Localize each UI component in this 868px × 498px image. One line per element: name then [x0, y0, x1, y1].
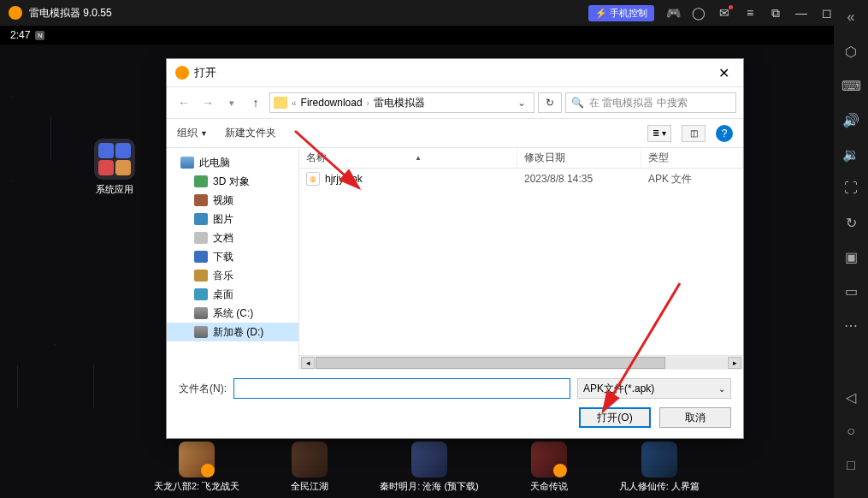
- search-input[interactable]: 🔍 在 雷电模拟器 中搜索: [565, 92, 736, 113]
- preview-pane-button[interactable]: ◫: [682, 125, 706, 142]
- file-row[interactable]: ◍hjrjy.apk 2023/8/8 14:35 APK 文件: [299, 169, 743, 189]
- nav-up-button[interactable]: ↑: [245, 96, 266, 110]
- folder-tree: 此电脑 3D 对象 视频 图片 文档 下载 音乐 桌面 系统 (C:) 新加卷 …: [167, 148, 299, 370]
- dock-item[interactable]: 秦时明月: 沧海 (预下载): [380, 442, 479, 493]
- apk-file-icon: ◍: [306, 172, 320, 186]
- cancel-button[interactable]: 取消: [659, 407, 731, 428]
- record-icon[interactable]: ▭: [842, 282, 859, 299]
- android-statusbar: 2:47 N ▾ ◢ ▮: [0, 26, 868, 44]
- help-button[interactable]: ?: [716, 125, 733, 142]
- dock-item[interactable]: 天龙八部2: 飞龙战天: [154, 442, 239, 493]
- clock-time: 2:47: [10, 29, 30, 41]
- back-icon[interactable]: ◁: [842, 388, 859, 406]
- refresh-button[interactable]: ↻: [538, 92, 562, 113]
- dialog-nav-bar: ← → ▾ ↑ « Firedownload › 雷电模拟器 ⌄ ↻ 🔍 在 雷…: [167, 86, 743, 119]
- file-list-area: 名称▲ 修改日期 类型 ◍hjrjy.apk 2023/8/8 14:35 AP…: [299, 148, 743, 370]
- column-date[interactable]: 修改日期: [517, 148, 641, 168]
- column-name[interactable]: 名称▲: [299, 148, 517, 168]
- path-dropdown[interactable]: ⌄: [513, 97, 530, 109]
- file-type-filter[interactable]: APK文件(*.apk)⌄: [577, 378, 731, 399]
- dialog-toolbar: 组织 ▼ 新建文件夹 ≣ ▾ ◫ ?: [167, 119, 743, 148]
- more-icon[interactable]: ⋯: [842, 317, 859, 334]
- nav-forward-button[interactable]: →: [198, 96, 218, 110]
- collapse-icon[interactable]: «: [842, 9, 859, 26]
- multi-window-icon[interactable]: ⧉: [769, 6, 782, 20]
- scroll-left-button[interactable]: ◂: [301, 357, 315, 369]
- filename-input[interactable]: [233, 378, 570, 399]
- dialog-close-button[interactable]: ✕: [713, 65, 735, 81]
- phone-control-button[interactable]: ⚡手机控制: [588, 5, 654, 21]
- volume-down-icon[interactable]: 🔉: [842, 145, 859, 163]
- tree-documents[interactable]: 文档: [167, 228, 298, 247]
- refresh-circle-icon[interactable]: ↻: [842, 214, 859, 231]
- dialog-logo-icon: [175, 66, 189, 80]
- tree-desktop[interactable]: 桌面: [167, 285, 298, 304]
- maximize-icon[interactable]: ◻: [820, 6, 834, 20]
- nav-history-dropdown[interactable]: ▾: [221, 98, 242, 109]
- scroll-right-button[interactable]: ▸: [728, 357, 741, 369]
- app-title: 雷电模拟器 9.0.55: [29, 6, 112, 21]
- status-badge: N: [35, 31, 44, 40]
- organize-button[interactable]: 组织 ▼: [177, 126, 208, 140]
- screenshot-icon[interactable]: ▣: [842, 248, 859, 265]
- dock-item[interactable]: 凡人修仙传: 人界篇: [619, 442, 700, 493]
- new-folder-button[interactable]: 新建文件夹: [225, 126, 276, 140]
- system-apps-folder[interactable]: 系统应用: [94, 139, 135, 196]
- filename-label: 文件名(N):: [179, 382, 227, 396]
- column-headers: 名称▲ 修改日期 类型: [299, 148, 743, 169]
- hexagon-icon[interactable]: ⬡: [842, 43, 859, 60]
- dialog-footer: 文件名(N): APK文件(*.apk)⌄ 打开(O) 取消: [167, 370, 743, 438]
- tree-drive-d[interactable]: 新加卷 (D:): [167, 323, 298, 341]
- tree-this-pc[interactable]: 此电脑: [167, 153, 298, 172]
- emulator-titlebar: 雷电模拟器 9.0.55 ⚡手机控制 🎮 ◯ ✉ ≡ ⧉ — ◻ ✕: [0, 0, 868, 26]
- keyboard-icon[interactable]: ⌨: [842, 77, 859, 94]
- dialog-titlebar: 打开 ✕: [167, 59, 743, 86]
- column-type[interactable]: 类型: [641, 148, 743, 168]
- folder-icon: [274, 97, 287, 109]
- fullscreen-icon[interactable]: ⛶: [842, 180, 859, 197]
- dock-item[interactable]: 全民江湖: [291, 442, 328, 493]
- dialog-title: 打开: [194, 65, 216, 80]
- open-button[interactable]: 打开(O): [579, 407, 651, 428]
- nav-back-button[interactable]: ←: [174, 96, 194, 110]
- tree-3d-objects[interactable]: 3D 对象: [167, 172, 298, 191]
- volume-up-icon[interactable]: 🔊: [842, 111, 859, 128]
- tree-music[interactable]: 音乐: [167, 266, 298, 285]
- tree-drive-c[interactable]: 系统 (C:): [167, 304, 298, 323]
- mail-icon[interactable]: ✉: [717, 6, 731, 20]
- emulator-sidebar: « ⬡ ⌨ 🔊 🔉 ⛶ ↻ ▣ ▭ ⋯ ◁ ○ □: [834, 0, 868, 498]
- app-logo: [9, 6, 22, 20]
- gamepad-icon[interactable]: 🎮: [666, 6, 680, 20]
- tree-downloads[interactable]: 下载: [167, 247, 298, 266]
- user-icon[interactable]: ◯: [692, 6, 706, 20]
- tree-pictures[interactable]: 图片: [167, 210, 298, 228]
- search-icon: 🔍: [571, 97, 584, 109]
- home-icon[interactable]: ○: [842, 423, 859, 440]
- horizontal-scrollbar[interactable]: ◂ ▸: [299, 355, 743, 370]
- dock-item[interactable]: 天命传说: [530, 442, 568, 493]
- scroll-thumb[interactable]: [316, 357, 665, 369]
- file-open-dialog: 打开 ✕ ← → ▾ ↑ « Firedownload › 雷电模拟器 ⌄ ↻ …: [166, 58, 744, 439]
- tree-videos[interactable]: 视频: [167, 191, 298, 210]
- recents-icon[interactable]: □: [842, 457, 859, 474]
- minimize-icon[interactable]: —: [794, 6, 808, 20]
- address-bar[interactable]: « Firedownload › 雷电模拟器 ⌄: [269, 92, 534, 113]
- app-dock: 天龙八部2: 飞龙战天 全民江湖 秦时明月: 沧海 (预下载) 天命传说 凡人修…: [0, 436, 834, 498]
- view-mode-button[interactable]: ≣ ▾: [647, 125, 671, 142]
- menu-icon[interactable]: ≡: [743, 6, 757, 20]
